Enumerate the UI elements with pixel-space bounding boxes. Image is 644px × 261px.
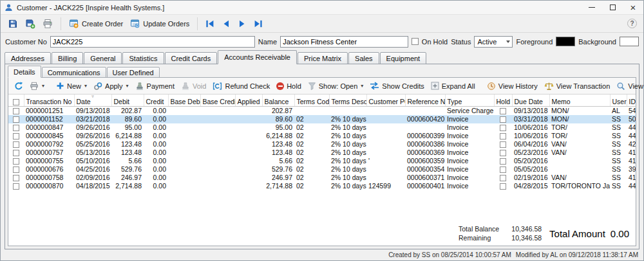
tab-billing[interactable]: Billing bbox=[52, 52, 83, 64]
column-header-date[interactable]: Date bbox=[74, 94, 111, 107]
view-transaction-button[interactable]: View Transaction bbox=[541, 80, 614, 92]
update-orders-button[interactable]: Update Orders bbox=[127, 17, 193, 30]
tab-addresses[interactable]: Addresses bbox=[5, 52, 51, 64]
subtab-communications[interactable]: Communications bbox=[42, 67, 106, 78]
row-select-checkbox[interactable] bbox=[13, 150, 19, 156]
totals: Total Balance 10,346.58 Remaining 10,346… bbox=[459, 225, 629, 242]
apply-button[interactable]: Apply bbox=[90, 80, 132, 92]
column-header-terms_code[interactable]: Terms Code bbox=[294, 94, 329, 107]
column-header-balance[interactable]: Balance bbox=[262, 94, 294, 107]
tab-equipment[interactable]: Equipment bbox=[380, 52, 427, 64]
table-row[interactable]: 000000087004/18/20152,714.880.002,714.88… bbox=[8, 182, 636, 190]
remaining-value: 10,346.58 bbox=[504, 234, 542, 242]
table-row[interactable]: 000000079205/25/2016123.480.00123.48022%… bbox=[8, 140, 636, 148]
payment-button[interactable]: Payment bbox=[132, 80, 178, 92]
row-select-checkbox[interactable] bbox=[13, 183, 19, 190]
table-row[interactable]: 000000115203/21/201889.600.0089.60022% 1… bbox=[8, 115, 636, 123]
view-invoice-button[interactable]: View Invoice bbox=[613, 80, 644, 92]
on-hold-checkbox[interactable] bbox=[412, 38, 419, 45]
subtab-user-defined[interactable]: User Defined bbox=[107, 67, 160, 78]
tab-statistics[interactable]: Statistics bbox=[122, 52, 164, 64]
table-row[interactable]: 000000075705/13/2016123.480.00123.48022%… bbox=[8, 148, 636, 157]
column-header-memo[interactable]: Memo bbox=[549, 94, 610, 107]
hold-checkbox[interactable] bbox=[500, 175, 506, 181]
subtab-details[interactable]: Details bbox=[8, 66, 41, 78]
hold-checkbox[interactable] bbox=[500, 108, 506, 114]
save-all-button[interactable] bbox=[22, 17, 39, 31]
column-header-id[interactable]: ID bbox=[627, 94, 636, 107]
hold-checkbox[interactable] bbox=[500, 166, 506, 173]
hold-checkbox[interactable] bbox=[500, 133, 506, 140]
column-header-terms_desc[interactable]: Terms Desc. bbox=[329, 94, 366, 107]
row-select-checkbox[interactable] bbox=[13, 116, 19, 123]
tab-sales[interactable]: Sales bbox=[348, 52, 379, 64]
show-credits-button[interactable]: Show Credits bbox=[366, 80, 427, 91]
print-grid-button[interactable] bbox=[26, 80, 48, 92]
table-row[interactable]: 000000075802/09/2016246.970.00246.97022%… bbox=[8, 174, 636, 182]
background-swatch[interactable] bbox=[620, 37, 639, 46]
column-header-due_date[interactable]: Due Date bbox=[512, 94, 549, 107]
row-select-checkbox[interactable] bbox=[13, 141, 19, 148]
row-select-checkbox[interactable] bbox=[13, 158, 19, 165]
refresh-button[interactable] bbox=[11, 80, 26, 92]
customer-name-input[interactable] bbox=[280, 36, 408, 48]
row-select-checkbox[interactable] bbox=[13, 125, 19, 131]
minimize-button[interactable] bbox=[582, 1, 602, 14]
column-header-customer_po[interactable]: Customer PO bbox=[366, 94, 405, 107]
new-button[interactable]: New bbox=[53, 80, 90, 91]
table-row[interactable]: 000000067604/25/2016529.760.00529.76022%… bbox=[8, 165, 636, 174]
row-select-checkbox[interactable] bbox=[13, 166, 19, 173]
close-button[interactable] bbox=[623, 1, 643, 14]
tab-credit-cards[interactable]: Credit Cards bbox=[165, 52, 218, 64]
last-record-button[interactable] bbox=[251, 17, 266, 30]
cell-id: 413 bbox=[627, 174, 636, 182]
maximize-icon bbox=[610, 4, 616, 10]
column-header-applied[interactable]: Applied bbox=[235, 94, 262, 107]
maximize-button[interactable] bbox=[602, 1, 623, 14]
status-select[interactable]: Active bbox=[474, 36, 513, 48]
column-header-base_debit[interactable]: Base Debit bbox=[168, 94, 200, 107]
customer-no-input[interactable] bbox=[50, 36, 255, 48]
foreground-swatch[interactable] bbox=[556, 37, 575, 46]
checkbox-icon[interactable] bbox=[13, 99, 19, 105]
show-filter-button[interactable]: Show: Open bbox=[305, 80, 367, 91]
column-header-user[interactable]: User bbox=[610, 94, 627, 107]
view-history-button[interactable]: View History bbox=[484, 80, 541, 92]
next-record-button[interactable] bbox=[234, 17, 250, 30]
tab-accounts-receivable[interactable]: Accounts Receivable bbox=[218, 50, 297, 64]
column-header-credit[interactable]: Credit bbox=[144, 94, 168, 107]
expand-all-button[interactable]: Expand All bbox=[428, 80, 478, 91]
scales-icon bbox=[544, 82, 554, 91]
void-button[interactable]: Void bbox=[178, 80, 209, 92]
create-order-button[interactable]: Create Order bbox=[66, 17, 126, 30]
row-select-checkbox[interactable] bbox=[13, 175, 19, 181]
hold-button[interactable]: Hold bbox=[273, 81, 305, 91]
help-icon[interactable]: ? bbox=[627, 19, 637, 28]
save-button[interactable] bbox=[5, 17, 21, 31]
table-row[interactable]: 000000125109/13/2018202.870.00202.87Serv… bbox=[8, 107, 636, 116]
column-header-transaction_no[interactable]: Transaction No bbox=[24, 94, 74, 107]
previous-record-button[interactable] bbox=[218, 17, 234, 30]
hold-checkbox[interactable] bbox=[500, 183, 506, 190]
refund-check-button[interactable]: Refund Check bbox=[209, 80, 273, 92]
hold-checkbox[interactable] bbox=[500, 150, 506, 156]
column-header-base_credit[interactable]: Base Credit bbox=[200, 94, 235, 107]
print-button[interactable] bbox=[39, 17, 56, 31]
first-record-button[interactable] bbox=[202, 17, 218, 30]
tab-price-matrix[interactable]: Price Matrix bbox=[298, 52, 348, 64]
column-header-debit[interactable]: Debit bbox=[111, 94, 144, 107]
select-all-checkbox[interactable] bbox=[8, 94, 24, 107]
table-row[interactable]: 000000084709/26/201695.000.0095.00022% 1… bbox=[8, 123, 636, 132]
hold-checkbox[interactable] bbox=[500, 116, 506, 123]
hold-checkbox[interactable] bbox=[500, 141, 506, 148]
column-header-hold[interactable]: Hold bbox=[494, 94, 512, 107]
column-header-reference_no[interactable]: Reference No bbox=[405, 94, 445, 107]
row-select-checkbox[interactable] bbox=[13, 108, 19, 114]
tab-general[interactable]: General bbox=[84, 52, 122, 64]
hold-checkbox[interactable] bbox=[500, 158, 506, 165]
row-select-checkbox[interactable] bbox=[13, 133, 19, 140]
column-header-type[interactable]: Type bbox=[445, 94, 494, 107]
table-row[interactable]: 000000084509/26/20166,214.880.006,214.88… bbox=[8, 132, 636, 140]
hold-checkbox[interactable] bbox=[500, 125, 506, 131]
table-row[interactable]: 000000075505/10/20165.660.005.66022% 10 … bbox=[8, 157, 636, 165]
